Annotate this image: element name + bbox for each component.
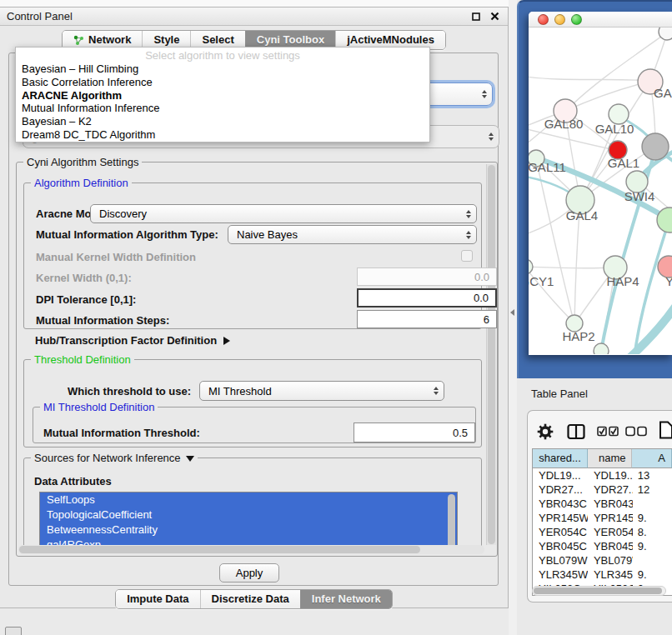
node-label: GAL80 bbox=[544, 117, 584, 131]
which-threshold-value: MI Threshold bbox=[208, 385, 272, 398]
settings-vertical-scrollbar[interactable] bbox=[486, 164, 496, 545]
tab-impute-data[interactable]: Impute Data bbox=[116, 590, 199, 608]
stepper-icon bbox=[434, 387, 439, 395]
mi-steps-label: Mutual Information Steps: bbox=[36, 314, 169, 327]
kernel-width-label: Kernel Width (0,1): bbox=[36, 272, 132, 284]
node-gcy1[interactable] bbox=[529, 259, 533, 274]
node-table: shared...nameA YDL19...YDL19...13YDR27..… bbox=[532, 448, 672, 596]
cell: YER054C bbox=[533, 525, 588, 539]
cell: YLR345W bbox=[588, 568, 633, 582]
column-header-name[interactable]: name bbox=[588, 449, 633, 468]
stepper-icon bbox=[466, 210, 471, 218]
table-row[interactable]: YER054CYER054C8. bbox=[533, 525, 672, 539]
column-layout-icon[interactable] bbox=[567, 423, 585, 443]
table-row[interactable]: YBL079WYBL079W bbox=[533, 553, 672, 568]
tab-discretize-data[interactable]: Discretize Data bbox=[200, 590, 300, 608]
node[interactable] bbox=[659, 28, 672, 40]
attribute-option-topologicalcoefficient[interactable]: TopologicalCoefficient bbox=[40, 508, 457, 522]
node-label: GAL11 bbox=[529, 160, 566, 174]
data-attributes-list[interactable]: SelfLoopsTopologicalCoefficientBetweenne… bbox=[39, 492, 458, 552]
network-view-frame: GALGAL80GAL10GAL11GAL1SWI4GAL4GCY1HAP4YH… bbox=[517, 0, 672, 378]
table-header-row[interactable]: shared...nameA bbox=[533, 449, 672, 468]
cell: 9. bbox=[633, 511, 672, 525]
network-canvas[interactable]: GALGAL80GAL10GAL11GAL1SWI4GAL4GCY1HAP4YH… bbox=[529, 28, 672, 354]
table-row[interactable]: YBR045CYBR045C9. bbox=[533, 539, 672, 553]
algorithm-option-bayesian-k2[interactable]: Bayesian – K2 bbox=[16, 115, 429, 128]
aracne-mode-combo[interactable]: Discovery bbox=[90, 204, 477, 223]
table-row[interactable]: YLR345WYLR345W9. bbox=[533, 568, 672, 582]
table-row[interactable]: YDR27...YDR27...12 bbox=[533, 482, 672, 497]
which-threshold-label: Which threshold to use: bbox=[68, 385, 191, 398]
attribute-option-betweennesscentrality[interactable]: BetweennessCentrality bbox=[40, 522, 457, 538]
aracne-mode-value: Discovery bbox=[99, 208, 147, 220]
algorithm-option-basic-correlation-inference[interactable]: Basic Correlation Inference bbox=[16, 76, 429, 89]
list-scrollbar[interactable] bbox=[448, 494, 455, 549]
cell: YBR043C bbox=[533, 497, 588, 511]
table-horizontal-scrollbar[interactable] bbox=[532, 586, 666, 596]
cell: 9. bbox=[633, 568, 672, 582]
node[interactable] bbox=[642, 133, 669, 160]
mi-threshold-field[interactable]: 0.5 bbox=[354, 422, 475, 442]
show-columns-icon[interactable] bbox=[597, 426, 619, 441]
grid-mode-icon[interactable] bbox=[5, 627, 22, 635]
table-panel: shared...nameA YDL19...YDL19...13YDR27..… bbox=[527, 410, 672, 602]
tab-label: Infer Network bbox=[312, 592, 381, 606]
algorithm-option-bayesian-hill-climbing[interactable]: Bayesian – Hill Climbing bbox=[16, 62, 429, 76]
cell: YDL19... bbox=[588, 468, 633, 482]
window-background bbox=[0, 0, 517, 7]
threshold-definition-title: Threshold Definition bbox=[31, 353, 134, 366]
bottom-tabbar: Impute DataDiscretize DataInfer Network bbox=[0, 589, 508, 609]
divider-collapse-icon[interactable] bbox=[510, 309, 514, 316]
close-icon[interactable] bbox=[490, 12, 499, 21]
which-threshold-combo[interactable]: MI Threshold bbox=[199, 381, 444, 401]
tab-label: Discretize Data bbox=[212, 592, 289, 606]
network-window-titlebar[interactable] bbox=[529, 12, 672, 28]
cell: YPR145W bbox=[588, 511, 633, 525]
cell: YBR043C bbox=[588, 497, 633, 511]
table-panel-title: Table Panel bbox=[531, 388, 588, 400]
apply-button[interactable]: Apply bbox=[219, 563, 279, 582]
hub-definition-expander[interactable]: Hub/Transcription Factor Definition bbox=[35, 334, 230, 347]
algorithm-definition-title: Algorithm Definition bbox=[31, 177, 132, 189]
node-label: GAL bbox=[654, 86, 672, 100]
algorithm-option-dream8-dc-tdc-algorithm[interactable]: Dream8 DC_TDC Algorithm bbox=[16, 128, 429, 142]
zoom-button[interactable] bbox=[571, 14, 582, 25]
mi-algorithm-type-combo[interactable]: Naive Bayes bbox=[228, 225, 477, 244]
stepper-icon bbox=[489, 132, 494, 141]
float-window-icon[interactable] bbox=[472, 12, 480, 21]
algorithm-dropdown-popup: Select algorithm to view settings Bayesi… bbox=[15, 47, 430, 142]
algorithm-option-mutual-information-inference[interactable]: Mutual Information Inference bbox=[16, 102, 429, 115]
mi-threshold-definition-group: MI Threshold Definition Mutual Informati… bbox=[33, 407, 476, 443]
control-panel-title: Control Panel bbox=[7, 10, 73, 22]
tab-infer-network[interactable]: Infer Network bbox=[300, 590, 392, 608]
hide-columns-icon[interactable] bbox=[625, 426, 648, 441]
table-row[interactable]: YDL19...YDL19...13 bbox=[533, 468, 672, 482]
document-icon[interactable] bbox=[659, 421, 672, 442]
manual-kernel-label: Manual Kernel Width Definition bbox=[36, 251, 196, 263]
mi-steps-field[interactable]: 6 bbox=[357, 310, 497, 328]
close-button[interactable] bbox=[538, 14, 549, 25]
sources-title[interactable]: Sources for Network Inference bbox=[31, 452, 198, 464]
manual-kernel-checkbox bbox=[461, 250, 473, 262]
node[interactable] bbox=[594, 343, 609, 354]
table-row[interactable]: YBR043CYBR043C bbox=[533, 497, 672, 511]
algorithm-placeholder: Select algorithm to view settings bbox=[16, 48, 429, 62]
tab-label: Cyni Toolbox bbox=[257, 33, 324, 47]
cyni-algorithm-settings-group: Cyni Algorithm Settings Algorithm Defini… bbox=[16, 162, 498, 557]
settings-horizontal-scrollbar[interactable] bbox=[18, 545, 484, 554]
tab-label: Select bbox=[202, 33, 233, 47]
cell: YBL079W bbox=[588, 553, 633, 568]
gear-icon[interactable] bbox=[537, 423, 554, 443]
dpi-tolerance-field[interactable]: 0.0 bbox=[357, 288, 497, 308]
column-header-shared[interactable]: shared... bbox=[533, 449, 588, 468]
table-row[interactable]: YPR145WYPR145W9. bbox=[533, 511, 672, 525]
tab-label: Network bbox=[88, 33, 131, 47]
node-label: GCY1 bbox=[529, 274, 554, 288]
minimize-button[interactable] bbox=[554, 14, 565, 25]
table-panel-region: Table Panel bbox=[517, 378, 672, 635]
attribute-option-selfloops[interactable]: SelfLoops bbox=[40, 492, 457, 508]
panel-divider[interactable] bbox=[509, 0, 517, 635]
data-attributes-label: Data Attributes bbox=[34, 475, 112, 488]
column-header-a[interactable]: A bbox=[632, 449, 672, 468]
algorithm-option-aracne-algorithm[interactable]: ARACNE Algorithm bbox=[16, 89, 429, 102]
